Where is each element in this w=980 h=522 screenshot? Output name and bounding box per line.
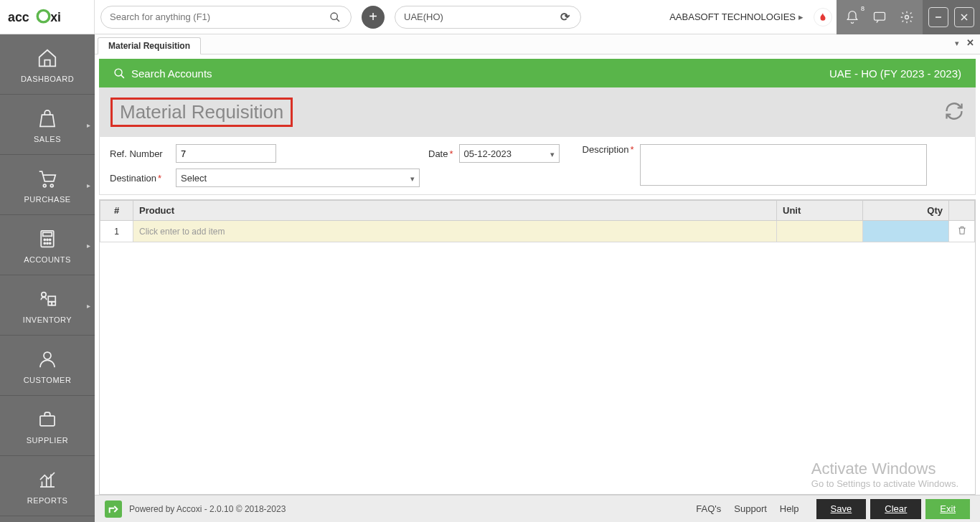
sidebar-item-reports[interactable]: REPORTS xyxy=(0,456,95,516)
svg-point-26 xyxy=(115,69,122,76)
svg-point-17 xyxy=(44,242,45,244)
col-num: # xyxy=(100,201,133,221)
tab-close-icon[interactable]: ✕ xyxy=(966,37,974,48)
company-dropdown[interactable]: AABASOFT TECHNOLOGIES▸ xyxy=(587,11,809,22)
page-title: Material Requisition xyxy=(120,101,283,123)
sidebar: DASHBOARD SALES ▸ PURCHASE ▸ ACCOUNTS ▸ … xyxy=(0,34,95,522)
fiscal-context: UAE - HO (FY 2023 - 2023) xyxy=(829,67,961,80)
product-cell[interactable]: Click enter to add item xyxy=(133,221,777,242)
svg-point-11 xyxy=(50,184,53,187)
window-controls xyxy=(923,0,980,34)
search-icon[interactable] xyxy=(328,10,342,24)
chevron-right-icon: ▸ xyxy=(87,241,90,249)
org-selector[interactable]: UAE(HO) xyxy=(395,6,581,29)
sync-icon[interactable] xyxy=(557,10,572,24)
global-search[interactable] xyxy=(100,6,352,29)
destination-select[interactable]: Select xyxy=(176,169,420,187)
search-input[interactable] xyxy=(110,11,328,22)
qty-cell[interactable] xyxy=(863,221,949,242)
ref-label: Ref. Number xyxy=(110,148,170,159)
exit-button[interactable]: Exit xyxy=(925,499,970,519)
destination-field: Destination* Select xyxy=(110,169,420,187)
date-picker[interactable]: 05-12-2023 xyxy=(459,144,560,163)
search-accounts-button[interactable]: Search Accounts xyxy=(113,67,212,80)
sidebar-item-label: SALES xyxy=(34,135,61,143)
destination-value: Select xyxy=(181,173,207,184)
support-link[interactable]: Support xyxy=(734,503,767,514)
help-link[interactable]: Help xyxy=(780,503,799,514)
row-num: 1 xyxy=(100,221,133,242)
sidebar-item-accounts[interactable]: ACCOUNTS ▸ xyxy=(0,215,95,275)
company-name: AABASOFT TECHNOLOGIES xyxy=(669,11,796,22)
svg-point-10 xyxy=(43,184,46,187)
table-row[interactable]: 1 Click enter to add item xyxy=(100,221,975,242)
faqs-link[interactable]: FAQ's xyxy=(696,503,721,514)
chevron-right-icon: ▸ xyxy=(87,120,90,128)
chevron-down-icon xyxy=(410,173,415,184)
clear-button[interactable]: Clear xyxy=(870,499,921,519)
ref-number-input[interactable] xyxy=(176,144,276,163)
chart-icon xyxy=(35,468,60,492)
unit-cell[interactable] xyxy=(777,221,863,242)
svg-rect-21 xyxy=(48,296,55,302)
col-unit: Unit xyxy=(777,201,863,221)
bell-icon[interactable]: 8 xyxy=(842,7,862,27)
svg-point-20 xyxy=(42,292,46,296)
calculator-icon xyxy=(35,227,60,251)
add-button[interactable]: + xyxy=(362,6,385,29)
sidebar-item-sales[interactable]: SALES ▸ xyxy=(0,95,95,155)
sidebar-item-purchase[interactable]: PURCHASE ▸ xyxy=(0,155,95,215)
notif-badge: 8 xyxy=(861,5,864,12)
svg-point-6 xyxy=(905,15,909,19)
svg-point-24 xyxy=(44,352,51,359)
svg-line-27 xyxy=(121,75,124,77)
chevron-right-icon: ▸ xyxy=(87,301,90,309)
cart-icon xyxy=(35,166,60,191)
bag-icon xyxy=(35,106,60,130)
tab-material-requisition[interactable]: Material Requisition xyxy=(98,37,201,54)
tab-dropdown-icon[interactable] xyxy=(955,37,959,48)
search-accounts-label: Search Accounts xyxy=(131,67,212,80)
context-bar: Search Accounts UAE - HO (FY 2023 - 2023… xyxy=(99,59,976,87)
delete-row-button[interactable] xyxy=(949,221,975,242)
footer-logo-icon xyxy=(105,500,122,518)
sidebar-item-label: DASHBOARD xyxy=(21,75,74,83)
ref-number-field: Ref. Number xyxy=(110,144,420,163)
page-header: Material Requisition xyxy=(99,87,976,137)
svg-point-3 xyxy=(331,13,337,19)
svg-rect-23 xyxy=(52,301,55,305)
refresh-icon[interactable] xyxy=(944,101,964,123)
svg-text:acc: acc xyxy=(8,9,29,24)
topbar: acc xi + UAE(HO) AABASOFT TECHNOLOGIES▸ … xyxy=(0,0,980,34)
sidebar-item-customer[interactable]: CUSTOMER xyxy=(0,336,95,396)
description-input[interactable] xyxy=(640,144,927,186)
chevron-right-icon: ▸ xyxy=(87,181,90,189)
org-name: UAE(HO) xyxy=(404,11,443,22)
date-field: Date* 05-12-2023 xyxy=(428,144,560,163)
svg-rect-25 xyxy=(40,416,55,426)
minimize-button[interactable] xyxy=(928,7,948,27)
save-button[interactable]: Save xyxy=(816,499,867,519)
flame-icon[interactable] xyxy=(814,8,832,27)
header-actions: 8 xyxy=(837,0,923,34)
inventory-icon xyxy=(35,287,60,311)
date-label: Date* xyxy=(428,148,453,159)
sidebar-item-dashboard[interactable]: DASHBOARD xyxy=(0,34,95,95)
col-qty: Qty xyxy=(863,201,949,221)
sidebar-item-supplier[interactable]: SUPPLIER xyxy=(0,396,95,456)
gear-icon[interactable] xyxy=(897,7,917,27)
sidebar-item-inventory[interactable]: INVENTORY ▸ xyxy=(0,275,95,336)
col-product: Product xyxy=(133,201,777,221)
svg-point-18 xyxy=(47,242,48,244)
close-button[interactable] xyxy=(954,7,974,27)
chat-icon[interactable] xyxy=(870,7,890,27)
main-panel: Material Requisition ✕ Search Accounts U… xyxy=(95,34,980,522)
items-table-wrap: # Product Unit Qty 1 Click enter to add … xyxy=(99,199,976,495)
svg-point-1 xyxy=(37,10,50,22)
footer-powered: Powered by Accoxi - 2.0.10 © 2018-2023 xyxy=(129,504,286,514)
chevron-down-icon xyxy=(550,148,555,159)
app-logo: acc xi xyxy=(0,0,95,34)
svg-rect-13 xyxy=(43,232,52,236)
sidebar-item-label: INVENTORY xyxy=(23,315,72,324)
tabstrip: Material Requisition ✕ xyxy=(95,34,980,54)
